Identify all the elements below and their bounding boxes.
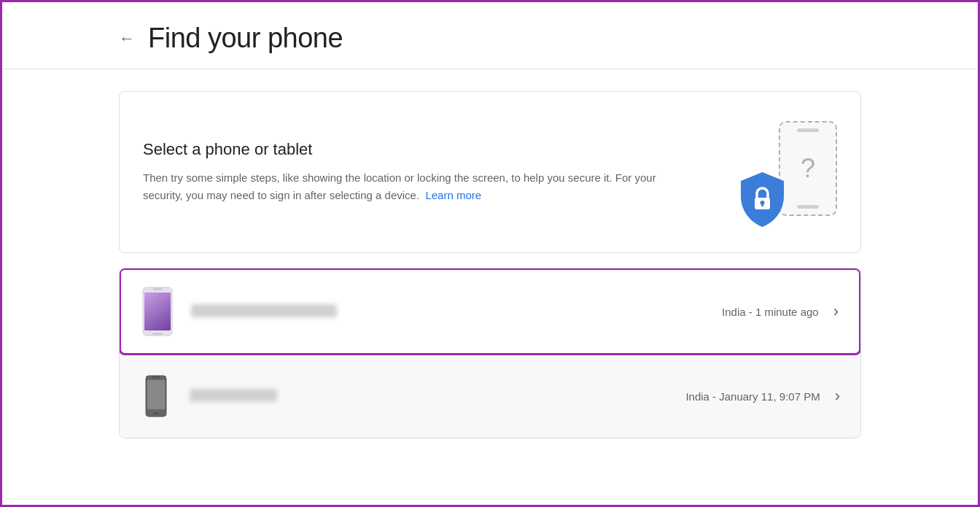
page-title: Find your phone — [148, 23, 343, 54]
svg-rect-11 — [153, 412, 159, 414]
info-card-title: Select a phone or tablet — [143, 140, 668, 159]
info-card-text: Select a phone or tablet Then try some s… — [143, 140, 668, 204]
device-chevron-1: › — [833, 302, 839, 321]
device-name-blur-2 — [190, 389, 277, 402]
back-button[interactable]: ← — [119, 31, 135, 47]
device-chevron-2: › — [835, 387, 840, 406]
svg-rect-5 — [144, 293, 171, 330]
learn-more-link[interactable]: Learn more — [425, 189, 481, 201]
svg-rect-6 — [153, 288, 162, 290]
svg-rect-7 — [152, 333, 163, 335]
device-location-1: India - 1 minute ago — [722, 306, 819, 318]
info-card: Select a phone or tablet Then try some s… — [119, 91, 861, 253]
device-name-2 — [190, 389, 685, 404]
device-name-1 — [191, 304, 722, 320]
device-item-2[interactable]: India - January 11, 9:07 PM › — [120, 355, 860, 438]
shield-icon — [735, 169, 790, 231]
phone-bar — [797, 205, 819, 209]
device-icon-2 — [140, 371, 172, 422]
page-header: ← Find your phone — [2, 2, 978, 69]
info-card-desc-text: Then try some simple steps, like showing… — [143, 171, 656, 201]
device-location-2: India - January 11, 9:07 PM — [685, 390, 820, 403]
question-mark-icon: ? — [801, 153, 815, 184]
main-content: Select a phone or tablet Then try some s… — [2, 69, 978, 460]
device-icon-1 — [141, 286, 174, 337]
device-item-1[interactable]: India - 1 minute ago › — [119, 268, 861, 355]
svg-rect-2 — [761, 203, 763, 206]
svg-rect-10 — [152, 376, 160, 379]
device-name-blur-1 — [191, 304, 337, 317]
info-card-illustration: ? — [735, 114, 837, 231]
info-card-description: Then try some simple steps, like showing… — [143, 169, 668, 204]
phone-notch — [797, 128, 819, 132]
device-list: India - 1 minute ago › India - January 1… — [119, 268, 861, 438]
svg-rect-9 — [147, 380, 165, 409]
